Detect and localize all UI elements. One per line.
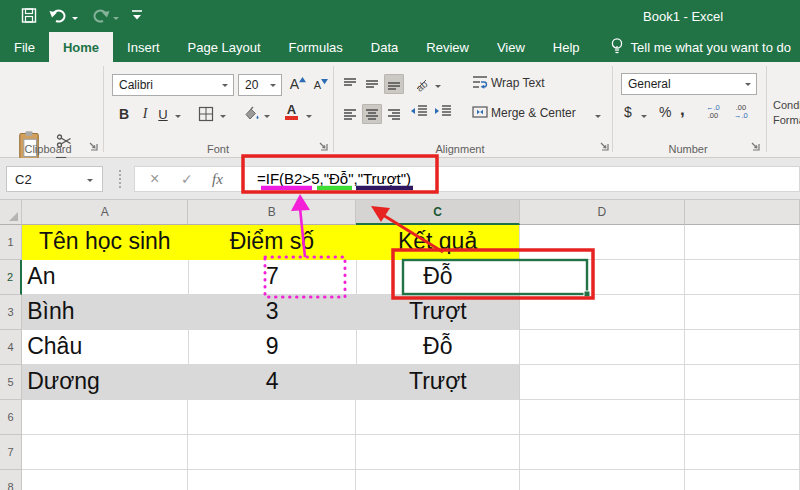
cell-a2[interactable]: An — [22, 260, 189, 295]
wrap-text-button[interactable]: Wrap Text — [491, 76, 545, 90]
column-header-a[interactable]: A — [22, 200, 188, 225]
cell-e7[interactable] — [685, 435, 800, 470]
cell-b2[interactable]: 7 — [189, 260, 357, 295]
cell-d4[interactable] — [520, 330, 685, 365]
cell-e4[interactable] — [685, 330, 800, 365]
undo-dropdown-icon[interactable] — [72, 17, 78, 23]
font-size-select[interactable]: 20 — [238, 74, 282, 96]
borders-dropdown-icon[interactable] — [220, 115, 226, 121]
decrease-indent-icon[interactable] — [410, 104, 428, 118]
cell-a4[interactable]: Châu — [22, 330, 189, 365]
cell-b3[interactable]: 3 — [189, 295, 357, 330]
row-header-1[interactable]: 1 — [0, 225, 22, 260]
comma-style-button[interactable]: , — [680, 100, 685, 120]
merge-center-button[interactable]: Merge & Center — [491, 106, 576, 120]
underline-dropdown-icon[interactable] — [175, 115, 181, 121]
cell-b6[interactable] — [188, 400, 356, 435]
row-header-2[interactable]: 2 — [0, 260, 22, 295]
tab-file[interactable]: File — [0, 32, 49, 62]
undo-icon[interactable] — [49, 8, 67, 28]
cell-e6[interactable] — [685, 400, 800, 435]
cell-b8[interactable] — [188, 470, 356, 490]
customize-quick-access-icon[interactable] — [131, 9, 143, 27]
column-header-e[interactable] — [685, 200, 800, 225]
increase-indent-icon[interactable] — [434, 104, 452, 118]
column-header-d[interactable]: D — [520, 200, 685, 225]
wrap-text-icon[interactable] — [472, 74, 488, 90]
cell-c6[interactable] — [356, 400, 520, 435]
cell-d7[interactable] — [520, 435, 685, 470]
font-color-button[interactable]: A — [285, 104, 298, 120]
tab-page-layout[interactable]: Page Layout — [174, 32, 275, 62]
cell-d1[interactable] — [520, 225, 685, 260]
formula-text[interactable]: =IF(B2>5,"Đỗ","Trượt") — [257, 170, 411, 187]
tab-view[interactable]: View — [483, 32, 539, 62]
orientation-icon[interactable]: ab — [412, 74, 432, 94]
align-left-icon[interactable] — [340, 104, 360, 124]
row-header-5[interactable]: 5 — [0, 365, 22, 400]
decrease-decimal-button[interactable]: .00→.0 — [734, 104, 748, 120]
shrink-font-button[interactable]: A — [311, 75, 331, 95]
cell-a7[interactable] — [22, 435, 188, 470]
cell-e1[interactable] — [685, 225, 800, 260]
cell-c2-selected[interactable]: Đỗ — [357, 260, 520, 295]
align-right-icon[interactable] — [384, 104, 404, 124]
italic-button[interactable]: I — [137, 104, 153, 124]
cell-c5[interactable]: Trượt — [357, 365, 520, 400]
cell-c4[interactable]: Đỗ — [357, 330, 520, 365]
row-header-7[interactable]: 7 — [0, 435, 22, 470]
save-icon[interactable] — [21, 7, 37, 28]
row-header-8[interactable]: 8 — [0, 470, 22, 490]
cell-d8[interactable] — [520, 470, 685, 490]
cancel-icon[interactable]: × — [150, 168, 159, 190]
cell-a1[interactable]: Tên học sinh — [22, 225, 188, 260]
cell-a3[interactable]: Bình — [22, 295, 189, 330]
cell-b5[interactable]: 4 — [189, 365, 357, 400]
font-name-select[interactable]: Calibri — [112, 74, 234, 96]
cell-c3[interactable]: Trượt — [357, 295, 520, 330]
tab-data[interactable]: Data — [357, 32, 412, 62]
cell-e2[interactable] — [685, 260, 800, 295]
align-top-icon[interactable] — [340, 74, 360, 94]
cell-d5[interactable] — [520, 365, 685, 400]
cell-c7[interactable] — [356, 435, 520, 470]
tab-home[interactable]: Home — [49, 32, 113, 62]
tab-insert[interactable]: Insert — [113, 32, 174, 62]
cell-c8[interactable] — [356, 470, 520, 490]
fill-color-dropdown-icon[interactable] — [264, 115, 270, 121]
alignment-dialog-launcher-icon[interactable] — [599, 140, 609, 154]
borders-icon[interactable] — [198, 106, 214, 122]
conditional-formatting-button[interactable]: Conditional Formatting — [773, 98, 800, 128]
row-header-4[interactable]: 4 — [0, 330, 22, 365]
number-dialog-launcher-icon[interactable] — [750, 140, 760, 154]
number-format-select[interactable]: General — [621, 73, 757, 95]
align-bottom-icon[interactable] — [384, 74, 404, 94]
percent-style-button[interactable]: % — [659, 104, 671, 120]
name-box[interactable]: C2 — [6, 166, 103, 192]
cell-b7[interactable] — [188, 435, 356, 470]
font-dialog-launcher-icon[interactable] — [318, 140, 328, 154]
cell-d3[interactable] — [520, 295, 685, 330]
tab-help[interactable]: Help — [539, 32, 594, 62]
grow-font-button[interactable]: A — [288, 74, 308, 94]
cell-a5[interactable]: Dương — [22, 365, 189, 400]
column-header-c[interactable]: C — [356, 200, 520, 225]
merge-center-icon[interactable] — [472, 105, 488, 119]
cell-a6[interactable] — [22, 400, 188, 435]
bold-button[interactable]: B — [115, 104, 133, 124]
row-header-6[interactable]: 6 — [0, 400, 22, 435]
cell-b1[interactable]: Điểm số — [188, 225, 356, 260]
cell-e3[interactable] — [685, 295, 800, 330]
fill-color-icon[interactable] — [242, 105, 260, 122]
column-header-b[interactable]: B — [188, 200, 356, 225]
tell-me-box[interactable]: Tell me what you want to do — [600, 32, 800, 62]
merge-center-dropdown-icon[interactable] — [595, 115, 601, 121]
cell-a8[interactable] — [22, 470, 188, 490]
tab-review[interactable]: Review — [412, 32, 483, 62]
align-middle-icon[interactable] — [362, 74, 382, 94]
increase-decimal-button[interactable]: ←.0.00 — [706, 104, 720, 120]
enter-icon[interactable]: ✓ — [181, 168, 193, 190]
cell-e5[interactable] — [685, 365, 800, 400]
insert-function-icon[interactable]: fx — [212, 168, 223, 190]
select-all-corner[interactable] — [0, 200, 22, 225]
